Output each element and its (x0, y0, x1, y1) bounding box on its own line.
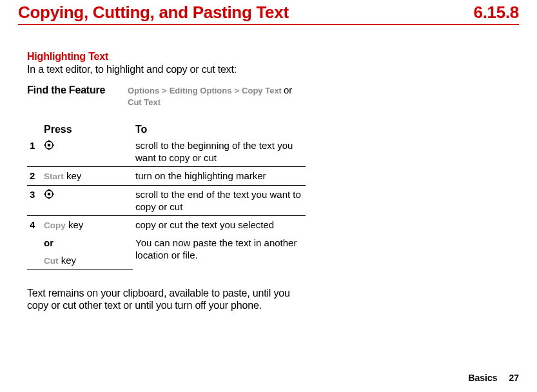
footer-page-number: 27 (509, 373, 519, 383)
table-row: 3 scroll to the end of the text you want… (27, 186, 306, 216)
outro-text: Text remains on your clipboard, availabl… (27, 287, 311, 311)
table-row: 4 Copy key copy or cut the text you sele… (27, 216, 306, 235)
press-cell: Cut key (41, 251, 133, 270)
start-key-label: Start (44, 172, 64, 181)
find-feature-row: Find the Feature Options>Editing Options… (27, 84, 321, 108)
svg-point-1 (48, 144, 51, 147)
table-row: or You can now paste the text in another… (27, 234, 306, 251)
step-number: 2 (27, 167, 41, 186)
copy-key-label: Copy (44, 220, 66, 230)
key-suffix: key (59, 255, 77, 266)
page-title: Copying, Cutting, and Pasting Text (18, 3, 289, 23)
nav-key-icon (44, 189, 54, 199)
or-text: or (282, 84, 294, 95)
press-cell (41, 137, 133, 167)
press-cell: Copy key (41, 216, 133, 235)
page-footer: Basics 27 (468, 373, 519, 383)
section-subhead: Highlighting Text (27, 51, 321, 63)
editing-options-token: Editing Options (170, 86, 232, 95)
press-cell: Start key (41, 167, 133, 186)
step-number: 3 (27, 186, 41, 216)
separator-icon: > (159, 86, 170, 95)
step-number-empty (27, 234, 41, 251)
col-num (27, 122, 41, 137)
to-cell: turn on the highlighting marker (133, 167, 306, 186)
cut-key-label: Cut (44, 256, 59, 266)
nav-key-icon (44, 140, 54, 150)
find-feature-label: Find the Feature (27, 84, 128, 96)
separator-icon: > (231, 86, 242, 95)
col-press: Press (41, 122, 133, 137)
document-page: Copying, Cutting, and Pasting Text 6.15.… (0, 0, 537, 392)
options-path: Options>Editing Options>Copy Textor Cut … (128, 84, 294, 108)
content-column: Highlighting Text In a text editor, to h… (18, 51, 321, 311)
copy-text-token: Copy Text (242, 86, 282, 95)
step-number-empty (27, 251, 41, 270)
table-row: 2 Start key turn on the highlighting mar… (27, 167, 306, 186)
svg-point-7 (48, 193, 51, 196)
options-token: Options (128, 86, 159, 95)
key-suffix: key (66, 219, 84, 230)
table-row: 1 scroll to the beginning of the text yo… (27, 137, 306, 167)
to-cell: copy or cut the text you selected (133, 216, 306, 235)
cut-text-token: Cut Text (128, 97, 161, 107)
key-suffix: key (64, 170, 82, 181)
col-to: To (133, 122, 306, 137)
press-cell (41, 186, 133, 216)
step-number: 4 (27, 216, 41, 235)
to-cell: scroll to the end of the text you want t… (133, 186, 306, 216)
header-divider (18, 24, 519, 25)
table-header-row: Press To (27, 122, 306, 137)
step-number: 1 (27, 137, 41, 167)
section-intro: In a text editor, to highlight and copy … (27, 64, 321, 75)
or-label: or (41, 234, 133, 251)
paste-note: You can now paste the text in another lo… (133, 234, 306, 270)
page-header: Copying, Cutting, and Pasting Text 6.15.… (18, 0, 519, 24)
steps-table: Press To 1 scroll to the beginning of th… (27, 122, 306, 270)
footer-section: Basics (468, 373, 497, 383)
to-cell: scroll to the beginning of the text you … (133, 137, 306, 167)
version-number: 6.15.8 (474, 3, 520, 23)
